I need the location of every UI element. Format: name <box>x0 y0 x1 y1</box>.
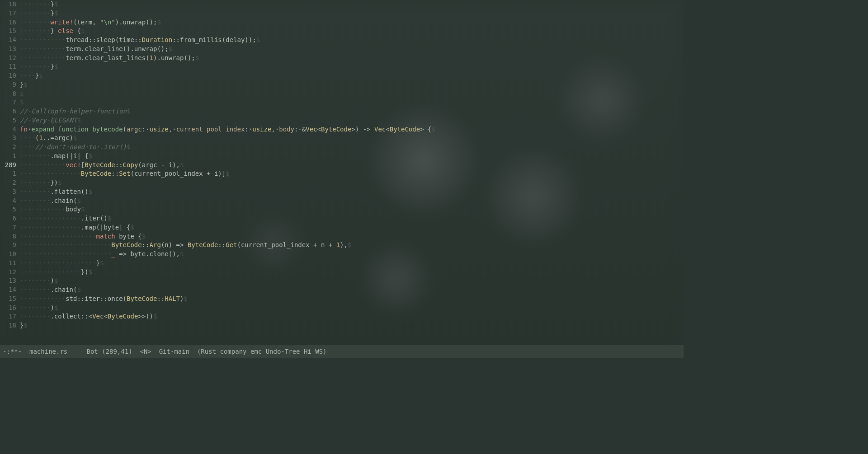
line-number: 9 <box>0 241 20 250</box>
code-line[interactable]: 3········.flatten()$ <box>0 187 684 197</box>
line-content: ············body$ <box>20 205 85 214</box>
eol-marker: $ <box>20 90 24 97</box>
code-line[interactable]: 2········})$ <box>0 178 684 187</box>
eol-marker: $ <box>54 277 58 284</box>
code-line[interactable]: 1········.map(|i| {$ <box>0 152 684 161</box>
line-number: 6 <box>0 214 20 223</box>
code-line[interactable]: 9}$ <box>0 80 684 89</box>
code-line[interactable]: 11········}$ <box>0 62 684 71</box>
line-number: 13 <box>0 45 20 54</box>
line-number: 2 <box>0 178 20 187</box>
modeline-evil-state: <N> <box>140 348 151 355</box>
line-number: 11 <box>0 259 20 268</box>
code-line[interactable]: 12················})$ <box>0 268 684 277</box>
eol-marker: $ <box>54 9 58 17</box>
code-line[interactable]: 13············term.clear_line().unwrap()… <box>0 45 684 54</box>
line-content: ····················}$ <box>20 259 104 268</box>
line-content: $ <box>20 98 24 107</box>
modeline-vcs: Git-main <box>159 348 189 355</box>
eol-marker: $ <box>157 19 160 26</box>
eol-marker: $ <box>54 63 58 70</box>
line-number: 7 <box>0 223 20 232</box>
eol-marker: $ <box>89 188 92 195</box>
code-line[interactable]: 15········} else {$ <box>0 27 684 36</box>
code-line[interactable]: 289············vec![ByteCode::Copy(argc … <box>0 161 684 170</box>
eol-marker: $ <box>195 54 199 61</box>
modeline-position: Bot (289,41) <box>86 348 132 355</box>
line-content: ············term.clear_line().unwrap();$ <box>20 45 172 54</box>
eol-marker: $ <box>127 143 130 150</box>
code-line[interactable]: 15············std::iter::once(ByteCode::… <box>0 295 684 304</box>
line-content: ········)$ <box>20 276 58 286</box>
code-line[interactable]: 8····················match byte {$ <box>0 232 684 241</box>
code-line[interactable]: 16········write!(term, "\n").unwrap();$ <box>0 18 684 27</box>
line-content: ············vec![ByteCode::Copy(argc - i… <box>20 161 184 170</box>
line-number: 4 <box>0 197 20 206</box>
line-content: //·Calltopfn·helper·function$ <box>20 107 130 116</box>
line-content: ········}$ <box>20 0 58 9</box>
eol-marker: $ <box>73 134 77 141</box>
eol-marker: $ <box>81 206 85 213</box>
code-line[interactable]: 5············body$ <box>0 205 684 214</box>
code-line[interactable]: 9························ByteCode::Arg(n… <box>0 241 684 250</box>
line-number: 16 <box>0 18 20 27</box>
eol-marker: $ <box>142 233 146 240</box>
code-line[interactable]: 17········.collect::<Vec<ByteCode>>()$ <box>0 312 684 321</box>
code-line[interactable]: 6//·Calltopfn·helper·function$ <box>0 107 684 116</box>
line-number: 4 <box>0 125 20 134</box>
eol-marker: $ <box>108 215 111 222</box>
line-content: ····//·don't·need·to·.iter()$ <box>20 143 130 152</box>
line-content: ············term.clear_last_lines(1).unw… <box>20 54 199 63</box>
line-content: ········.chain($ <box>20 286 81 295</box>
code-line[interactable]: 1················ByteCode::Set(current_p… <box>0 169 684 178</box>
code-line[interactable]: 18········}$ <box>0 0 684 9</box>
line-content: fn·expand_function_bytecode(argc:·usize,… <box>20 125 435 134</box>
code-line[interactable]: 7················.map(|byte| {$ <box>0 223 684 232</box>
line-content: ················.iter()$ <box>20 214 111 223</box>
code-line[interactable]: 10························_ => byte.clon… <box>0 250 684 259</box>
line-content: ········.map(|i| {$ <box>20 152 92 161</box>
code-line[interactable]: 13········)$ <box>0 276 684 286</box>
line-number: 8 <box>0 232 20 241</box>
line-number: 16 <box>0 304 20 313</box>
line-content: ········)$ <box>20 304 58 313</box>
eol-marker: $ <box>20 98 24 106</box>
line-number: 1 <box>0 152 20 161</box>
line-number: 2 <box>0 143 20 152</box>
line-number: 9 <box>0 80 20 89</box>
code-line[interactable]: 5//·Very·ELEGANT$ <box>0 116 684 125</box>
eol-marker: $ <box>169 45 172 52</box>
code-line[interactable]: 3····(1..=argc)$ <box>0 134 684 143</box>
code-line[interactable]: 4········.chain($ <box>0 197 684 206</box>
eol-marker: $ <box>54 304 58 311</box>
line-number: 15 <box>0 295 20 304</box>
code-line[interactable]: 4fn·expand_function_bytecode(argc:·usize… <box>0 125 684 134</box>
code-line[interactable]: 14············thread::sleep(time::Durati… <box>0 36 684 45</box>
line-number: 11 <box>0 62 20 71</box>
code-line[interactable]: 2····//·don't·need·to·.iter()$ <box>0 143 684 152</box>
eol-marker: $ <box>184 295 187 302</box>
code-line[interactable]: 14········.chain($ <box>0 286 684 295</box>
code-line[interactable]: 7$ <box>0 98 684 107</box>
code-line[interactable]: 6················.iter()$ <box>0 214 684 223</box>
line-number: 15 <box>0 27 20 36</box>
line-number: 3 <box>0 187 20 197</box>
code-line[interactable]: 17········}$ <box>0 9 684 18</box>
eol-marker: $ <box>180 250 184 257</box>
code-line[interactable]: 18}$ <box>0 321 684 330</box>
modeline-buffer-name: machine.rs <box>29 348 67 355</box>
code-line[interactable]: 11····················}$ <box>0 259 684 268</box>
line-content: }$ <box>20 80 28 89</box>
line-content: ········}$ <box>20 62 58 71</box>
code-line[interactable]: 16········)$ <box>0 304 684 313</box>
code-line[interactable]: 10····}$ <box>0 71 684 80</box>
line-number: 1 <box>0 169 20 178</box>
eol-marker: $ <box>348 241 351 248</box>
code-buffer[interactable]: 18········}$17········}$16········write!… <box>0 0 684 345</box>
eol-marker: $ <box>77 286 80 293</box>
code-line[interactable]: 8$ <box>0 89 684 98</box>
code-line[interactable]: 12············term.clear_last_lines(1).u… <box>0 54 684 63</box>
line-content: }$ <box>20 321 28 330</box>
line-number: 17 <box>0 312 20 321</box>
mode-line: -:**- machine.rs Bot (289,41) <N> Git-ma… <box>0 345 684 358</box>
